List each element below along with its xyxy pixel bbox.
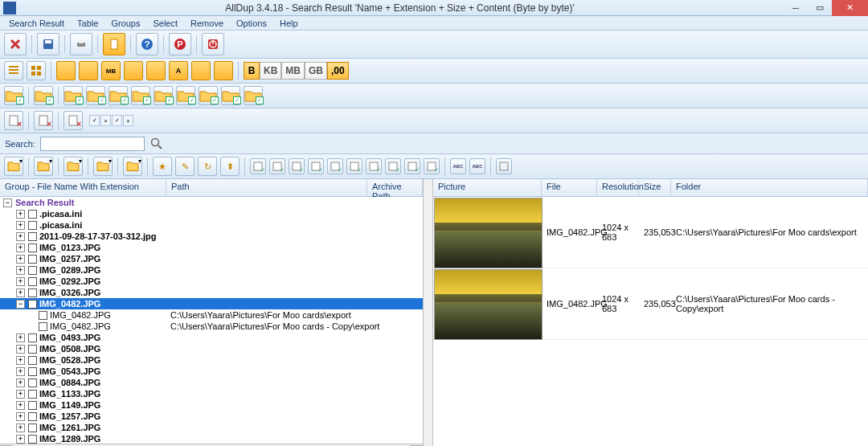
filter-2-icon[interactable]: × [34, 111, 53, 130]
checkbox-icon[interactable] [28, 300, 37, 309]
mark-2-icon[interactable]: ✓ [289, 158, 305, 174]
expand-icon[interactable]: + [16, 221, 25, 230]
expand-icon[interactable]: + [16, 266, 25, 275]
folder-action-9-icon[interactable]: ✓ [221, 86, 240, 105]
sizeunit-comma00[interactable]: ,00 [327, 62, 349, 80]
help-icon[interactable]: ? [136, 33, 158, 55]
folder-action-1-icon[interactable]: ✓ [34, 86, 53, 105]
folder-action-8-icon[interactable]: ✓ [199, 86, 218, 105]
expand-icon[interactable]: + [16, 356, 25, 365]
col-archive[interactable]: Archive Path [367, 179, 423, 196]
folder-action-5-icon[interactable]: ✓ [131, 86, 150, 105]
checkbox-icon[interactable] [28, 243, 37, 252]
mark-6-icon[interactable]: ✓ [366, 158, 382, 174]
detail-mb-icon[interactable]: MB [101, 61, 121, 80]
save-icon[interactable] [37, 33, 59, 55]
expand-icon[interactable]: + [16, 367, 25, 376]
group-row[interactable]: +IMG_1133.JPG [0, 388, 423, 399]
mark-9-icon[interactable]: ✓ [424, 158, 440, 174]
expand-icon[interactable]: + [16, 345, 25, 354]
preview-row[interactable]: IMG_0482.JPG1024 x 683235,053C:\Users\Ya… [433, 268, 868, 340]
checkbox-icon[interactable] [28, 232, 37, 241]
group-row[interactable]: +IMG_0123.JPG [0, 242, 423, 253]
checkbox-icon[interactable] [28, 401, 37, 410]
select-group-3-icon[interactable]: ▾ [93, 157, 113, 176]
folder-action-7-icon[interactable]: ✓ [176, 86, 195, 105]
pinterest-icon[interactable]: P [169, 33, 191, 55]
menu-remove[interactable]: Remove [185, 17, 229, 30]
mark-4-icon[interactable]: ✓ [327, 158, 343, 174]
expand-icon[interactable]: + [16, 412, 25, 421]
menu-search-result[interactable]: Search Result [3, 17, 70, 30]
abc-1-icon[interactable]: ABC [469, 158, 485, 174]
result-tree[interactable]: −Search Result+.picasa.ini+.picasa.ini+2… [0, 197, 423, 444]
checkbox-icon[interactable] [28, 333, 37, 342]
expand-icon[interactable]: + [16, 232, 25, 241]
select-group-1-icon[interactable]: ▾ [34, 157, 53, 176]
checkbox-icon[interactable] [28, 356, 37, 365]
col-resolution[interactable]: Resolution [597, 179, 639, 196]
detail-2-icon[interactable] [79, 61, 98, 80]
checkbox-icon[interactable] [28, 288, 37, 297]
mark-7-icon[interactable]: ✓ [385, 158, 401, 174]
folder-action-10-icon[interactable]: ✓ [244, 86, 263, 105]
mark-0-icon[interactable]: ✓ [250, 158, 266, 174]
detail-5-icon[interactable] [146, 61, 166, 80]
group-row[interactable]: +IMG_0508.JPG [0, 343, 423, 354]
detail-8-icon[interactable] [214, 61, 233, 80]
filter-1-icon[interactable]: × [4, 111, 23, 130]
print-icon[interactable] [70, 33, 92, 55]
select-group-0-icon[interactable]: ▾ [4, 157, 23, 176]
detail-1-icon[interactable] [56, 61, 76, 80]
left-vscroll[interactable] [424, 179, 433, 446]
expand-icon[interactable]: + [16, 288, 25, 297]
checkbox-icon[interactable] [28, 210, 37, 219]
folder-action-4-icon[interactable]: ✓ [108, 86, 128, 105]
checkbox-icon[interactable] [28, 266, 37, 275]
checkbox-icon[interactable] [28, 345, 37, 354]
mark-5-icon[interactable]: ✓ [346, 158, 362, 174]
folder-action-6-icon[interactable]: ✓ [154, 86, 173, 105]
select-group-2-icon[interactable]: ▾ [63, 157, 83, 176]
file-row[interactable]: IMG_0482.JPGC:\Users\Yaara\Pictures\For … [0, 309, 423, 321]
menu-help[interactable]: Help [274, 17, 304, 30]
sizeunit-B[interactable]: B [244, 62, 260, 80]
misc-1-icon[interactable]: ✎ [175, 157, 194, 176]
group-row[interactable]: +IMG_0543.JPG [0, 366, 423, 377]
misc-0-icon[interactable]: ★ [153, 157, 172, 176]
menu-table[interactable]: Table [72, 17, 104, 30]
view-grid-icon[interactable] [27, 61, 46, 80]
checkbox-icon[interactable] [28, 435, 37, 444]
search-icon[interactable] [149, 137, 164, 151]
select-group-4-icon[interactable]: ▾ [123, 157, 142, 176]
menu-options[interactable]: Options [231, 17, 272, 30]
group-row[interactable]: −IMG_0482.JPG [0, 298, 423, 309]
checkbox-icon[interactable] [39, 322, 47, 331]
expand-icon[interactable]: + [16, 435, 25, 444]
group-row[interactable]: +IMG_1257.JPG [0, 411, 423, 422]
mark-8-icon[interactable]: ✓ [404, 158, 420, 174]
abc-0-icon[interactable]: ABC [450, 158, 466, 174]
detail-4-icon[interactable] [124, 61, 143, 80]
folder-action-3-icon[interactable]: ✓ [86, 86, 105, 105]
menu-select[interactable]: Select [147, 17, 183, 30]
col-size[interactable]: Size [639, 179, 671, 196]
misc-2-icon[interactable]: ↻ [198, 157, 217, 176]
tiny-check2-icon[interactable]: ✓ [112, 115, 122, 126]
group-row[interactable]: +IMG_0257.JPG [0, 253, 423, 264]
group-row[interactable]: +2011-09-28-17-37-03-312.jpg [0, 231, 423, 242]
menu-groups[interactable]: Groups [105, 17, 145, 30]
view-list-icon[interactable] [4, 61, 23, 80]
group-row[interactable]: +IMG_0289.JPG [0, 264, 423, 276]
expand-icon[interactable]: + [16, 378, 25, 387]
tiny-check-icon[interactable]: ✓ [89, 115, 100, 126]
group-row[interactable]: +IMG_0528.JPG [0, 354, 423, 366]
tiny-x2-icon[interactable]: × [123, 115, 133, 126]
expand-icon[interactable]: + [16, 210, 25, 219]
expand-icon[interactable]: + [16, 423, 25, 432]
document-icon[interactable] [103, 33, 125, 55]
expand-icon[interactable]: + [16, 390, 25, 399]
expand-icon[interactable]: + [16, 277, 25, 286]
group-row[interactable]: +IMG_1149.JPG [0, 399, 423, 411]
expand-icon[interactable]: + [16, 333, 25, 342]
